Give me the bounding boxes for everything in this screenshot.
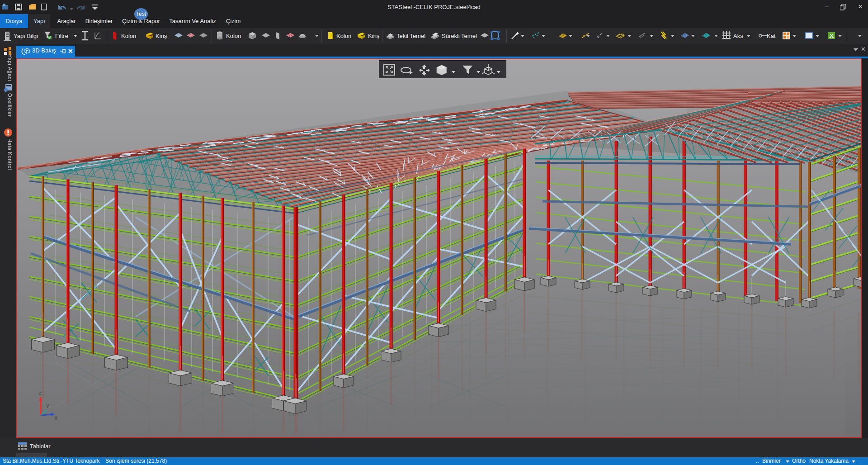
svg-text:Z: Z: [39, 390, 42, 395]
svg-text:Y: Y: [46, 403, 50, 409]
svg-text:X: X: [54, 415, 58, 421]
